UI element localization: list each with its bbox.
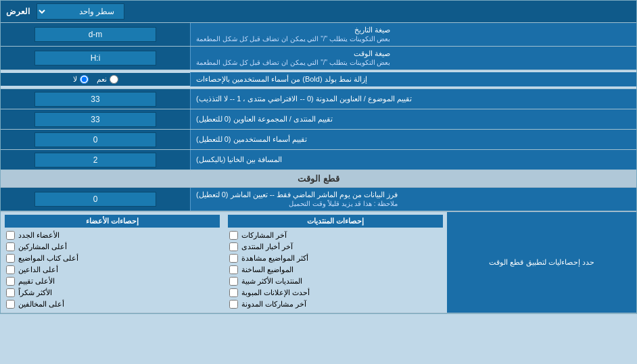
cutoff-days-label: فرز البيانات من يوم الماشر الماضي فقط --… (190, 188, 636, 211)
checkbox-members-0[interactable] (6, 231, 15, 240)
time-format-label: صيغة الوقت بعض التكوينات يتطلب "/" التي … (190, 47, 636, 70)
stats-col-members: إحصاءات الأعضاء الأعضاء الجدد أعلى المشا… (1, 212, 224, 313)
list-item: آخر مشاركات المدونة (228, 298, 443, 310)
stats-cols-wrapper: إحصاءات المنتديات آخر المشاركات آخر أخبا… (1, 212, 447, 313)
topic-order-row: تقييم الموضوع / العناوين المدونة (0 -- ا… (1, 89, 636, 109)
forum-order-label: تقييم المنتدى / المجموعة العناوين (0 للت… (190, 109, 636, 129)
list-item: آخر أخبار المنتدى (228, 241, 443, 253)
cell-gap-row: المسافة بين الخانيا (بالبكسل) (1, 150, 636, 170)
cutoff-section-header: قطع الوقت (1, 170, 636, 188)
list-item: الأعضاء الجدد (5, 230, 220, 241)
display-select[interactable]: سطر واحدسطرينثلاثة أسطر (37, 3, 124, 20)
users-order-input-wrap (1, 130, 190, 149)
list-item: أحدث الإعلانات المبوبة (228, 287, 443, 298)
list-item: أعلى كتاب المواضيع (5, 253, 220, 264)
time-format-input-wrap (1, 47, 190, 70)
stats-row: حدد إحصاءليات لتطبيق قطع الوقت إحصاءات ا… (1, 211, 636, 313)
forum-order-input-wrap (1, 109, 190, 129)
list-item: أكثر المواضيع مشاهدة (228, 253, 443, 264)
radio-no-label[interactable]: لا (73, 75, 89, 84)
cutoff-days-input-wrap (1, 188, 190, 211)
bold-remove-row: إزالة نمط بولد (Bold) من أسماء المستخدمي… (1, 70, 636, 89)
date-format-label: صيغة التاريخ بعض التكوينات يتطلب "/" الت… (190, 23, 636, 46)
list-item: المواضيع الساخنة (228, 264, 443, 276)
list-item: الأعلى تقييم (5, 276, 220, 287)
checkbox-forums-5[interactable] (229, 288, 238, 297)
main-container: سطر واحدسطرينثلاثة أسطر العرض صيغة التار… (0, 0, 637, 314)
checkbox-forums-3[interactable] (229, 265, 238, 274)
stats-col-forums-header: إحصاءات المنتديات (228, 215, 443, 228)
list-item: آخر المشاركات (228, 230, 443, 241)
radio-no[interactable] (80, 75, 89, 84)
date-format-input[interactable] (34, 27, 156, 42)
checkbox-members-1[interactable] (6, 242, 15, 251)
cutoff-days-row: فرز البيانات من يوم الماشر الماضي فقط --… (1, 188, 636, 211)
time-format-input[interactable] (34, 51, 156, 66)
topic-order-input[interactable] (34, 92, 156, 107)
list-item: أعلى المخالفين (5, 298, 220, 310)
checkbox-forums-4[interactable] (229, 277, 238, 286)
checkbox-forums-2[interactable] (229, 254, 238, 263)
stats-col-members-header: إحصاءات الأعضاء (5, 215, 220, 228)
checkbox-members-4[interactable] (6, 277, 15, 286)
forum-order-input[interactable] (34, 112, 156, 127)
cell-gap-input-wrap (1, 150, 190, 170)
bold-remove-radio-area: نعم لا (1, 73, 190, 86)
list-item: أعلى الداعين (5, 264, 220, 276)
topic-order-label: تقييم الموضوع / العناوين المدونة (0 -- ا… (190, 89, 636, 109)
checkbox-forums-0[interactable] (229, 231, 238, 240)
checkbox-members-6[interactable] (6, 300, 15, 309)
radio-yes-label[interactable]: نعم (97, 75, 118, 84)
checkbox-members-3[interactable] (6, 265, 15, 274)
date-format-row: صيغة التاريخ بعض التكوينات يتطلب "/" الت… (1, 23, 636, 47)
list-item: أعلى المشاركين (5, 241, 220, 253)
stats-col-forums: إحصاءات المنتديات آخر المشاركات آخر أخبا… (224, 212, 447, 313)
checkbox-forums-6[interactable] (229, 300, 238, 309)
cell-gap-input[interactable] (34, 153, 156, 167)
date-format-input-wrap (1, 23, 190, 46)
list-item: الأكثر شكراً (5, 287, 220, 298)
list-item: المنتديات الأكثر شبية (228, 276, 443, 287)
users-order-input[interactable] (34, 132, 156, 147)
radio-yes[interactable] (110, 75, 118, 84)
forum-order-row: تقييم المنتدى / المجموعة العناوين (0 للت… (1, 109, 636, 130)
checkbox-members-5[interactable] (6, 288, 15, 297)
time-format-row: صيغة الوقت بعض التكوينات يتطلب "/" التي … (1, 47, 636, 70)
users-order-row: تقييم أسماء المستخدمين (0 للتعطيل) (1, 130, 636, 150)
cell-gap-label: المسافة بين الخانيا (بالبكسل) (190, 150, 636, 170)
display-label: العرض (6, 7, 30, 16)
topic-order-input-wrap (1, 89, 190, 109)
stats-limit-label: حدد إحصاءليات لتطبيق قطع الوقت (447, 212, 636, 313)
display-row: سطر واحدسطرينثلاثة أسطر العرض (1, 1, 636, 23)
checkbox-members-2[interactable] (6, 254, 15, 263)
cutoff-days-input[interactable] (34, 192, 156, 207)
bold-remove-label: إزالة نمط بولد (Bold) من أسماء المستخدمي… (190, 72, 636, 86)
users-order-label: تقييم أسماء المستخدمين (0 للتعطيل) (190, 130, 636, 149)
checkbox-forums-1[interactable] (229, 242, 238, 251)
